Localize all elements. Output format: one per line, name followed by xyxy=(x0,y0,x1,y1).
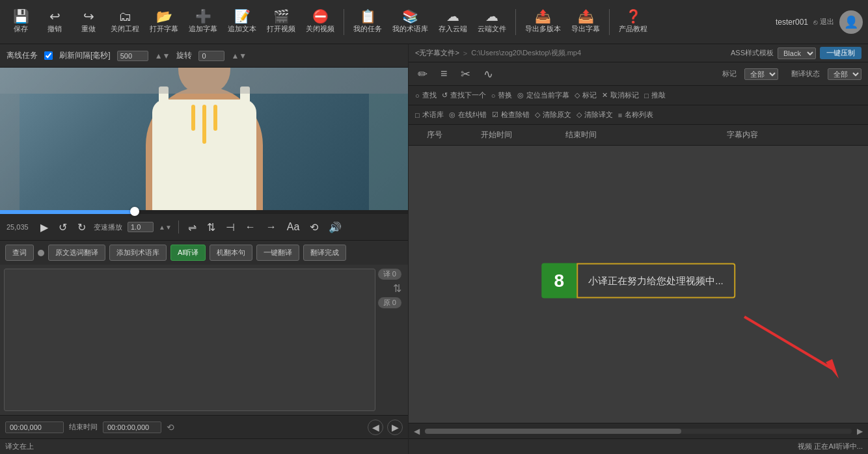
scroll-left-arrow[interactable]: ◀ xyxy=(414,427,420,436)
left-bottom-bar: 结束时间 ⟲ ◀ ▶ xyxy=(0,415,408,438)
align-btn2[interactable]: ⇅ xyxy=(204,220,218,235)
original-badge[interactable]: 原 0 xyxy=(378,297,401,308)
ass-label: ASS样式模板 xyxy=(731,48,774,58)
timeline-bar[interactable] xyxy=(0,210,408,214)
toolbar-cloud-save[interactable]: ☁ 存入云端 xyxy=(435,7,471,36)
timeline-progress xyxy=(0,210,135,214)
toolbar-close-video[interactable]: ⛔ 关闭视频 xyxy=(302,7,338,36)
loop-btn[interactable]: ⟲ xyxy=(307,220,321,235)
toolbar-product-tutorial[interactable]: ❓ 产品教程 xyxy=(615,7,651,36)
toolbar-export-multi[interactable]: 📤 导出多版本 xyxy=(521,7,565,36)
original-translate-button[interactable]: 原文选词翻译 xyxy=(48,245,105,261)
locate-current-btn[interactable]: ◎ 定位当前字幕 xyxy=(517,90,569,100)
toolbar-add-subtitle[interactable]: ➕ 追加字幕 xyxy=(185,7,221,36)
breadcrumb-sep: > xyxy=(463,49,467,57)
volume-btn[interactable]: 🔊 xyxy=(326,220,344,235)
redo-icon: ↪ xyxy=(83,10,94,23)
translation-area: 译 0 ⇅ 原 0 xyxy=(0,265,408,415)
save-icon: 💾 xyxy=(13,10,29,23)
rotate-label: 旋转 xyxy=(176,50,192,61)
toolbar-cloud-file[interactable]: ☁ 云端文件 xyxy=(474,7,510,36)
list-btn[interactable]: ≡ xyxy=(438,66,450,82)
polish-btn[interactable]: □ 推敲 xyxy=(644,90,666,100)
toolbar-my-tasks[interactable]: 📋 我的任务 xyxy=(349,7,386,36)
clear-trans-btn[interactable]: ◇ 清除译文 xyxy=(576,110,613,120)
interval-input[interactable] xyxy=(117,51,148,61)
playback-speed[interactable] xyxy=(128,222,154,232)
font-btn[interactable]: Aa xyxy=(284,220,303,234)
logout-icon: ⎋ xyxy=(813,18,818,26)
wave-btn[interactable]: ∿ xyxy=(481,66,496,83)
toolbar-add-text[interactable]: 📝 追加文本 xyxy=(224,7,260,36)
svg-line-0 xyxy=(744,317,832,369)
toolbar-save[interactable]: 💾 保存 xyxy=(5,7,36,36)
mark-btn[interactable]: ◇ 标记 xyxy=(575,90,597,100)
add-library-button[interactable]: 添加到术语库 xyxy=(109,245,167,261)
translate-done-button[interactable]: 翻译完成 xyxy=(303,245,346,261)
time-display: 25,035 xyxy=(7,223,33,231)
figure-shirt xyxy=(152,100,256,210)
refresh-checkbox[interactable] xyxy=(44,51,53,60)
rotate-input[interactable] xyxy=(198,51,224,61)
open-subtitle-icon: 📂 xyxy=(156,10,172,23)
ass-select[interactable]: Black White xyxy=(778,47,816,59)
one-key-btn[interactable]: 一键压制 xyxy=(820,47,861,59)
main-area: 离线任务 刷新间隔[毫秒] ▲▼ 旋转 ▲▼ xyxy=(0,44,868,454)
refresh-icon[interactable]: ⟲ xyxy=(167,422,174,433)
ctrl-sep1 xyxy=(178,220,179,234)
lookup-button[interactable]: 查词 xyxy=(5,245,34,261)
figure-body xyxy=(146,87,263,210)
right-panel: <无字幕文件> > C:\Users\zog20\Desktop\视频.mp4 … xyxy=(409,44,868,454)
mark-select[interactable]: 全部 xyxy=(744,68,778,80)
name-list-btn[interactable]: ≡ 名称列表 xyxy=(618,110,653,120)
machine-translate-button[interactable]: 机翻本句 xyxy=(210,245,252,261)
term-library-btn[interactable]: □ 术语库 xyxy=(415,110,444,120)
forward-button[interactable]: ↻ xyxy=(75,220,88,235)
user-avatar[interactable]: 👤 xyxy=(839,10,863,34)
toolbar-undo[interactable]: ↩ 撤销 xyxy=(39,7,70,36)
align-btn3[interactable]: ⊣ xyxy=(223,220,237,235)
product-tutorial-icon: ❓ xyxy=(625,10,642,23)
toolbar-open-video[interactable]: 🎬 打开视频 xyxy=(263,7,299,36)
user-area: tester001 ⎋ 退出 👤 xyxy=(776,10,863,34)
start-time-input[interactable] xyxy=(5,421,64,433)
clear-original-btn[interactable]: ◇ 清除原文 xyxy=(535,110,571,120)
scroll-right-arrow[interactable]: ▶ xyxy=(857,427,863,436)
username-label: tester001 xyxy=(776,18,808,27)
video-image xyxy=(0,68,408,210)
online-correct-btn[interactable]: ◎ 在线纠错 xyxy=(449,110,487,120)
find-next-btn[interactable]: ↺ 查找下一个 xyxy=(442,90,486,100)
timeline-knob[interactable] xyxy=(130,207,139,216)
translate-select[interactable]: 全部 xyxy=(828,68,861,80)
close-video-icon: ⛔ xyxy=(312,10,329,23)
end-time-input[interactable] xyxy=(103,421,161,433)
toolbar-export-subtitle[interactable]: 📤 导出字幕 xyxy=(567,7,604,36)
scissors-btn[interactable]: ✂ xyxy=(458,66,473,83)
translation-textbox[interactable] xyxy=(4,269,375,411)
trans-right: 译 0 ⇅ 原 0 xyxy=(375,269,404,411)
mark-label: 标记 xyxy=(722,69,737,79)
toolbar-my-library[interactable]: 📚 我的术语库 xyxy=(388,7,432,36)
trans-badge[interactable]: 译 0 xyxy=(378,269,401,280)
status-trans-label: 译文在上 xyxy=(5,442,34,451)
toolbar-redo[interactable]: ↪ 重做 xyxy=(73,7,104,36)
prev-btn[interactable]: ◀ xyxy=(368,420,383,435)
toolbar-close-project[interactable]: 🗂 关闭工程 xyxy=(107,7,143,36)
align-btn4[interactable]: ← xyxy=(243,220,258,234)
nav-buttons: ◀ ▶ xyxy=(368,420,403,435)
find-btn[interactable]: ○ 查找 xyxy=(415,90,437,100)
logout-button[interactable]: ⎋ 退出 xyxy=(813,17,834,27)
ai-listen-button[interactable]: AI听译 xyxy=(170,245,206,261)
check-errors-btn[interactable]: ☑ 检查除错 xyxy=(492,110,530,120)
next-btn[interactable]: ▶ xyxy=(387,420,403,435)
pencil-btn[interactable]: ✏ xyxy=(415,66,430,83)
one-key-translate-button[interactable]: 一键翻译 xyxy=(256,245,299,261)
toolbar-open-subtitle[interactable]: 📂 打开字幕 xyxy=(146,7,182,36)
play-button[interactable]: ▶ xyxy=(38,220,51,235)
replace-btn[interactable]: ○ 替换 xyxy=(491,90,513,100)
align-btn1[interactable]: ⇌ xyxy=(185,220,199,235)
rewind-button[interactable]: ↺ xyxy=(56,220,70,235)
scroll-track[interactable] xyxy=(425,429,852,434)
cancel-mark-btn[interactable]: ✕ 取消标记 xyxy=(602,90,639,100)
align-btn5[interactable]: → xyxy=(264,220,279,234)
